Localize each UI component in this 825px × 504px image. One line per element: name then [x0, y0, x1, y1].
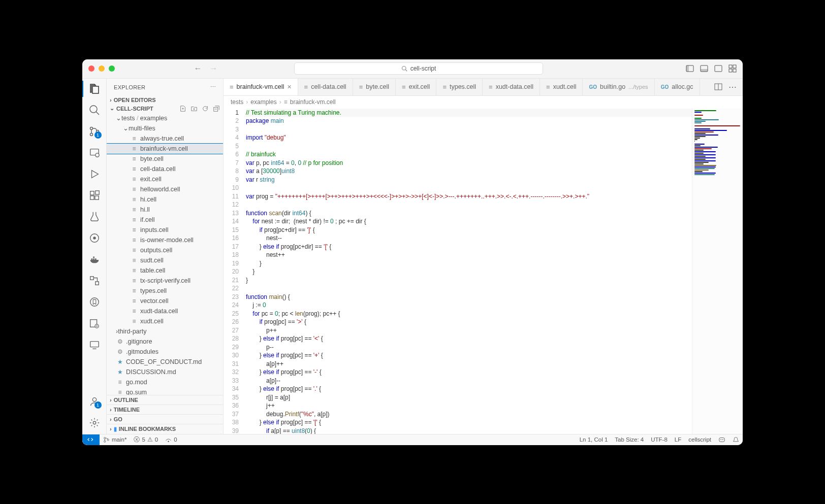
tree-file[interactable]: ≡hi.cell — [107, 194, 223, 205]
remote-explorer-activity-icon[interactable] — [88, 147, 101, 159]
outline-section[interactable]: ›OUTLINE — [107, 395, 223, 405]
tree-file[interactable]: ⚙.gitmodules — [107, 347, 223, 357]
ports-status[interactable]: 0 — [162, 436, 180, 443]
collapse-all-icon[interactable] — [213, 105, 220, 112]
split-editor-icon[interactable] — [714, 83, 722, 91]
new-folder-icon[interactable] — [191, 105, 198, 112]
close-window-button[interactable] — [88, 65, 94, 72]
tree-file[interactable]: ≡byte.cell — [107, 154, 223, 164]
svg-rect-18 — [90, 191, 93, 194]
tree-file[interactable]: ≡go.mod — [107, 377, 223, 387]
eol[interactable]: LF — [671, 436, 685, 443]
tree-file[interactable]: ≡helloworld.cell — [107, 184, 223, 194]
layout-sidebar-left-icon[interactable] — [686, 64, 694, 73]
explorer-activity-icon[interactable] — [88, 83, 101, 95]
command-search-input[interactable]: cell-script — [294, 62, 543, 75]
tree-file[interactable]: ≡brainfuck-vm.cell — [107, 144, 223, 154]
tree-file[interactable]: ≡hi.ll — [107, 205, 223, 215]
docker-activity-icon[interactable] — [88, 253, 101, 265]
editor-area: ≡brainfuck-vm.cell×≡cell-data.cell≡byte.… — [224, 79, 743, 434]
notifications-icon[interactable] — [729, 436, 743, 443]
tree-file[interactable]: ≡inputs.cell — [107, 225, 223, 235]
sidebar-more-icon[interactable]: ⋯ — [210, 84, 216, 90]
close-tab-icon[interactable]: × — [287, 83, 291, 91]
customize-layout-icon[interactable] — [728, 64, 737, 73]
tree-file[interactable]: ≡vector.cell — [107, 296, 223, 306]
tree-file[interactable]: ★DISCUSSION.md — [107, 367, 223, 377]
settings-ext-activity-icon[interactable] — [88, 317, 101, 329]
branch-status[interactable]: main* — [100, 436, 130, 443]
svg-rect-10 — [733, 69, 736, 72]
layout-sidebar-right-icon[interactable] — [714, 64, 722, 73]
editor-tab[interactable]: ≡exit.cell — [396, 79, 436, 95]
layout-panel-icon[interactable] — [700, 64, 708, 73]
tree-file[interactable]: ≡is-owner-mode.cell — [107, 235, 223, 245]
project-section[interactable]: ⌄CELL-SCRIPT — [107, 104, 223, 113]
minimap[interactable] — [692, 108, 743, 434]
tree-file[interactable]: ≡xudt.cell — [107, 316, 223, 326]
nav-back-button[interactable]: ← — [194, 64, 202, 73]
editor-tab[interactable]: ≡xudt-data.cell — [483, 79, 540, 95]
tree-file[interactable]: ≡xudt-data.cell — [107, 306, 223, 316]
code-editor[interactable]: // Test simulating a Turing machine.pack… — [246, 108, 743, 434]
editor-tab[interactable]: GOalloc.gc — [655, 79, 700, 95]
remote-indicator[interactable] — [82, 434, 100, 445]
statusbar: main* ⓧ5⚠0 0 Ln 1, Col 1 Tab Size: 4 UTF… — [82, 434, 743, 445]
more-tab-actions-icon[interactable]: ⋯ — [728, 82, 737, 92]
editor-tab[interactable]: ≡cell-data.cell — [298, 79, 353, 95]
tree-file[interactable]: ≡if.cell — [107, 215, 223, 225]
accounts-activity-icon[interactable]: 1 — [88, 395, 101, 408]
tree-file[interactable]: ≡types.cell — [107, 286, 223, 296]
bookmarks-section[interactable]: ›▮INLINE BOOKMARKS — [107, 424, 223, 434]
extensions-activity-icon[interactable] — [88, 189, 101, 201]
language-mode[interactable]: cellscript — [685, 436, 715, 443]
svg-rect-8 — [733, 65, 736, 68]
run-debug-activity-icon[interactable] — [88, 168, 101, 180]
tree-folder[interactable]: ⌄tests / examples — [107, 113, 223, 123]
tree-file[interactable]: ≡go.sum — [107, 387, 223, 395]
live-share-activity-icon[interactable] — [88, 339, 101, 351]
svg-point-36 — [104, 437, 106, 439]
tree-file[interactable]: ≡cell-data.cell — [107, 164, 223, 174]
tree-file[interactable]: ≡tx-script-verify.cell — [107, 276, 223, 286]
bookmarks-activity-icon[interactable] — [88, 296, 101, 308]
traffic-lights — [88, 65, 115, 72]
tree-file[interactable]: ★CODE_OF_CONDUCT.md — [107, 357, 223, 367]
editor-tab[interactable]: GObuiltin.go.../types — [583, 79, 654, 95]
references-activity-icon[interactable] — [88, 275, 101, 287]
sidebar-title: EXPLORER — [114, 84, 145, 90]
tree-file[interactable]: ≡sudt.cell — [107, 255, 223, 265]
tree-folder[interactable]: ⌄multi-files — [107, 123, 223, 133]
nav-forward-button[interactable]: → — [210, 64, 218, 73]
go-section[interactable]: ›GO — [107, 414, 223, 424]
encoding[interactable]: UTF-8 — [647, 436, 671, 443]
tree-file[interactable]: ≡exit.cell — [107, 174, 223, 184]
editor-tab[interactable]: ≡types.cell — [436, 79, 483, 95]
maximize-window-button[interactable] — [109, 65, 115, 72]
editor-tab[interactable]: ≡xudt.cell — [540, 79, 583, 95]
open-editors-section[interactable]: ›OPEN EDITORS — [107, 96, 223, 104]
test-activity-icon[interactable] — [88, 211, 101, 223]
editor-tab[interactable]: ≡byte.cell — [353, 79, 396, 95]
search-activity-icon[interactable] — [88, 104, 101, 116]
settings-activity-icon[interactable] — [88, 417, 101, 429]
tabs-bar: ≡brainfuck-vm.cell×≡cell-data.cell≡byte.… — [224, 79, 743, 96]
tree-folder[interactable]: ›third-party — [107, 326, 223, 337]
new-file-icon[interactable] — [179, 105, 186, 112]
breadcrumb[interactable]: tests› examples› ≡brainfuck-vm.cell — [224, 96, 743, 108]
gitlens-activity-icon[interactable] — [88, 232, 101, 244]
tree-file[interactable]: ≡table.cell — [107, 265, 223, 276]
tree-file[interactable]: ≡outputs.cell — [107, 245, 223, 255]
copilot-status-icon[interactable] — [715, 436, 729, 443]
tree-file[interactable]: ⚙.gitignore — [107, 337, 223, 347]
source-control-activity-icon[interactable]: 1 — [88, 125, 101, 138]
problems-status[interactable]: ⓧ5⚠0 — [130, 436, 162, 444]
minimize-window-button[interactable] — [99, 65, 105, 72]
timeline-section[interactable]: ›TIMELINE — [107, 405, 223, 414]
tab-size[interactable]: Tab Size: 4 — [611, 436, 647, 443]
tree-file[interactable]: ≡always-true.cell — [107, 133, 223, 144]
editor-tab[interactable]: ≡brainfuck-vm.cell× — [224, 79, 298, 95]
svg-rect-6 — [715, 65, 722, 72]
cursor-position[interactable]: Ln 1, Col 1 — [576, 436, 612, 443]
refresh-icon[interactable] — [202, 105, 209, 112]
